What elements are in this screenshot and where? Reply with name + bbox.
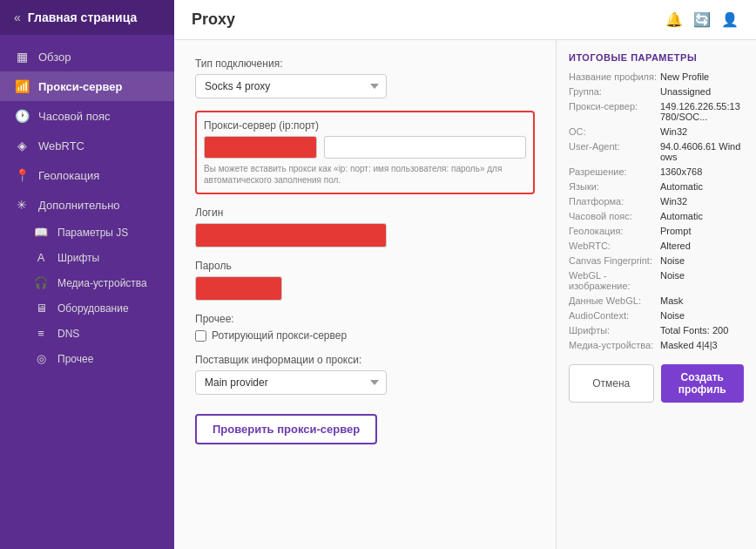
connection-type-label: Тип подключения: (195, 58, 535, 70)
params-list: Название профиля: New Profile Группа: Un… (569, 71, 744, 350)
book-icon: 📖 (33, 226, 49, 239)
sidebar-back-button[interactable]: « Главная страница (0, 0, 174, 35)
param-row: Группа: Unassigned (569, 86, 744, 97)
param-value: Win32 (660, 126, 744, 137)
param-label: Данные WebGL: (569, 295, 660, 306)
param-value: Unassigned (660, 86, 744, 97)
circle-icon: ◎ (33, 352, 49, 365)
pin-icon: 📍 (14, 168, 30, 182)
dns-icon: ≡ (33, 327, 49, 340)
sidebar-item-advanced[interactable]: ✳ Дополнительно (0, 190, 174, 220)
sidebar-item-hardware[interactable]: 🖥 Оборудование (0, 295, 174, 321)
check-proxy-button[interactable]: Проверить прокси-сервер (195, 414, 377, 444)
param-label: Шрифты: (569, 325, 660, 336)
right-panel: ИТОГОВЫЕ ПАРАМЕТРЫ Название профиля: New… (556, 40, 756, 549)
param-label: Языки: (569, 181, 660, 192)
param-row: Разрешение: 1360x768 (569, 166, 744, 177)
sidebar-item-geolocation[interactable]: 📍 Геолокация (0, 160, 174, 190)
sidebar-label-webrtc: WebRTC (38, 139, 84, 152)
sidebar-label-media: Медиа-устройства (57, 277, 147, 289)
rotating-proxy-checkbox[interactable] (195, 330, 206, 342)
param-value: Prompt (660, 226, 744, 236)
proxy-server-label: Прокси-сервер (ip:порт) (204, 119, 526, 132)
headphone-icon: 🎧 (33, 276, 49, 289)
param-value: Mask (660, 295, 744, 306)
provider-select[interactable]: Main provider Custom (195, 370, 387, 395)
param-row: Языки: Automatic (569, 181, 744, 192)
param-value: 94.0.4606.61 Windows (660, 141, 744, 162)
param-value: 149.126.226.55:13780/SOC... (660, 101, 744, 122)
proxy-port-input[interactable] (324, 136, 526, 159)
param-row: WebGL - изображение: Noise (569, 270, 744, 291)
param-label: Геолокация: (569, 226, 660, 236)
proxy-server-box: Прокси-сервер (ip:порт) Вы можете встави… (195, 111, 535, 194)
param-label: AudioContext: (569, 310, 660, 321)
sidebar-back-label: Главная страница (28, 10, 137, 24)
connection-type-select[interactable]: Socks 4 proxy Socks 5 proxy HTTP proxy H… (195, 74, 387, 98)
font-icon: A (33, 251, 49, 264)
sidebar-item-fonts[interactable]: A Шрифты (0, 245, 174, 270)
param-value: New Profile (660, 71, 744, 82)
sidebar-item-js-params[interactable]: 📖 Параметры JS (0, 220, 174, 245)
param-label: User-Agent: (569, 141, 660, 162)
sidebar-label-fonts: Шрифты (57, 252, 99, 264)
clock-icon: 🕐 (14, 109, 30, 123)
proxy-hint: Вы можете вставить прокси как «iр: порт:… (204, 163, 526, 186)
sidebar-item-proxy[interactable]: 📶 Прокси-сервер (0, 71, 174, 101)
param-value: Noise (660, 255, 744, 266)
sidebar: « Главная страница ▦ Обзор 📶 Прокси-серв… (0, 0, 174, 549)
sidebar-item-media[interactable]: 🎧 Медиа-устройства (0, 270, 174, 295)
login-group: Логин (195, 207, 535, 247)
sidebar-label-dns: DNS (57, 328, 79, 340)
param-row: Данные WebGL: Mask (569, 295, 744, 306)
page-title: Proxy (192, 10, 235, 29)
sidebar-label-geolocation: Геолокация (38, 169, 99, 182)
sidebar-item-other[interactable]: ◎ Прочее (0, 346, 174, 371)
param-row: AudioContext: Noise (569, 310, 744, 321)
monitor-icon: 🖥 (33, 302, 49, 315)
sidebar-item-overview[interactable]: ▦ Обзор (0, 42, 174, 71)
main-area: Proxy 🔔 🔄 👤 Тип подключения: Socks 4 pro… (174, 0, 756, 549)
rotating-proxy-row: Ротирующий прокси-сервер (195, 329, 535, 342)
param-label: Название профиля: (569, 71, 660, 82)
sidebar-label-timezone: Часовой пояс (38, 110, 110, 123)
param-value: Masked 4|4|3 (660, 340, 744, 350)
param-label: Группа: (569, 86, 660, 97)
sidebar-item-dns[interactable]: ≡ DNS (0, 321, 174, 346)
param-row: ОС: Win32 (569, 126, 744, 137)
other-group: Прочее: Ротирующий прокси-сервер (195, 313, 535, 342)
proxy-ip-input[interactable] (204, 136, 317, 159)
provider-label: Поставщик информации о прокси: (195, 354, 535, 366)
topbar: Proxy 🔔 🔄 👤 (174, 0, 756, 40)
param-label: WebGL - изображение: (569, 270, 660, 291)
param-row: Название профиля: New Profile (569, 71, 744, 82)
login-input[interactable] (195, 223, 387, 247)
user-icon[interactable]: 👤 (721, 11, 739, 28)
param-row: Прокси-сервер: 149.126.226.55:13780/SOC.… (569, 101, 744, 122)
param-label: WebRTC: (569, 241, 660, 251)
sidebar-label-advanced: Дополнительно (38, 199, 120, 212)
sidebar-label-hardware: Оборудование (57, 302, 129, 315)
cancel-button[interactable]: Отмена (569, 364, 654, 403)
sidebar-label-overview: Обзор (38, 51, 71, 64)
sidebar-item-webrtc[interactable]: ◈ WebRTC (0, 131, 174, 160)
login-label: Логин (195, 207, 535, 219)
param-value: Total Fonts: 200 (660, 325, 744, 336)
other-label: Прочее: (195, 313, 535, 325)
sidebar-label-js-params: Параметры JS (57, 227, 128, 239)
proxy-icon: 📶 (14, 79, 30, 93)
param-row: Canvas Fingerprint: Noise (569, 255, 744, 266)
param-row: User-Agent: 94.0.4606.61 Windows (569, 141, 744, 162)
sidebar-item-timezone[interactable]: 🕐 Часовой пояс (0, 101, 174, 131)
param-row: Платформа: Win32 (569, 196, 744, 207)
param-label: ОС: (569, 126, 660, 137)
bell-icon[interactable]: 🔔 (665, 11, 683, 28)
password-input[interactable] (195, 276, 282, 301)
param-row: Геолокация: Prompt (569, 226, 744, 236)
content-area: Тип подключения: Socks 4 proxy Socks 5 p… (174, 40, 756, 549)
create-profile-button[interactable]: Создать профиль (661, 364, 745, 403)
refresh-icon[interactable]: 🔄 (693, 11, 711, 28)
sidebar-nav: ▦ Обзор 📶 Прокси-сервер 🕐 Часовой пояс ◈… (0, 35, 174, 549)
param-value: Win32 (660, 196, 744, 207)
param-row: WebRTC: Altered (569, 241, 744, 251)
